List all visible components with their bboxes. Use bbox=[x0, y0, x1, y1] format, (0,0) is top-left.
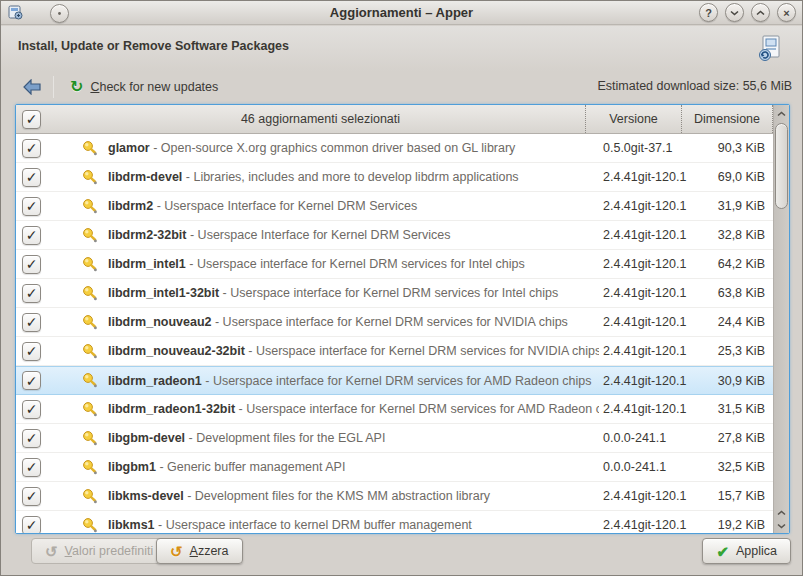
package-checkbox[interactable]: ✓ bbox=[22, 487, 41, 506]
undo-icon: ↺ bbox=[45, 544, 58, 559]
package-row[interactable]: ✓ libdrm2-32bit - Userspace Interface fo… bbox=[16, 221, 773, 250]
package-version: 2.4.41git-120.1 bbox=[599, 315, 695, 329]
package-checkbox[interactable]: ✓ bbox=[22, 139, 41, 158]
window-menu-button[interactable] bbox=[50, 4, 69, 23]
size-column-header[interactable]: Dimensione bbox=[681, 105, 773, 133]
package-version: 2.4.41git-120.1 bbox=[599, 374, 695, 388]
package-row[interactable]: ✓ libdrm_nouveau2 - Userspace interface … bbox=[16, 308, 773, 337]
vertical-scrollbar[interactable] bbox=[773, 105, 789, 533]
check-icon: ✓ bbox=[26, 431, 38, 445]
scrollbar-thumb[interactable] bbox=[775, 123, 788, 209]
package-version: 2.4.41git-120.1 bbox=[599, 489, 695, 503]
package-checkbox[interactable]: ✓ bbox=[22, 313, 41, 332]
package-size: 25,3 KiB bbox=[695, 344, 773, 358]
package-version: 2.4.41git-120.1 bbox=[599, 257, 695, 271]
help-button[interactable]: ? bbox=[699, 3, 718, 22]
reset-button[interactable]: ↺ Azzera bbox=[156, 538, 243, 564]
package-version: 0.5.0git-37.1 bbox=[599, 141, 695, 155]
package-version: 2.4.41git-120.1 bbox=[599, 344, 695, 358]
close-button[interactable]: × bbox=[777, 3, 796, 22]
package-size: 19,2 KiB bbox=[695, 518, 773, 532]
package-row[interactable]: ✓ libkms1 - Userspace interface to kerne… bbox=[16, 511, 773, 533]
package-size: 31,9 KiB bbox=[695, 199, 773, 213]
package-row[interactable]: ✓ libdrm_radeon1-32bit - Userspace inter… bbox=[16, 395, 773, 424]
package-size: 27,8 KiB bbox=[695, 431, 773, 445]
package-checkbox[interactable]: ✓ bbox=[22, 400, 41, 419]
package-row[interactable]: ✓ libdrm_radeon1 - Userspace interface f… bbox=[16, 366, 773, 395]
select-all-checkbox[interactable]: ✓ bbox=[22, 110, 41, 129]
select-all-cell: ✓ bbox=[16, 105, 56, 133]
update-key-icon bbox=[82, 401, 108, 418]
maximize-button[interactable] bbox=[751, 3, 770, 22]
package-checkbox[interactable]: ✓ bbox=[22, 516, 41, 534]
undo-icon: ↺ bbox=[170, 544, 183, 559]
scroll-up-icon[interactable] bbox=[774, 107, 789, 120]
package-description: Development files for the KMS MM abstrac… bbox=[195, 489, 490, 503]
update-key-icon bbox=[82, 372, 108, 389]
version-column-header[interactable]: Versione bbox=[585, 105, 681, 133]
defaults-button[interactable]: ↺ Valori predefiniti bbox=[31, 538, 167, 564]
selection-summary-header[interactable]: 46 aggiornamenti selezionati bbox=[56, 105, 585, 133]
footer: ↺ Valori predefiniti ↺ Azzera ✔ Applica bbox=[1, 537, 802, 565]
scroll-up-icon-bottom[interactable] bbox=[774, 506, 789, 519]
minimize-button[interactable] bbox=[725, 3, 744, 22]
package-row[interactable]: ✓ glamor - Open-source X.org graphics co… bbox=[16, 134, 773, 163]
update-key-icon bbox=[82, 256, 108, 273]
update-key-icon bbox=[82, 459, 108, 476]
titlebar[interactable]: Aggiornamenti – Apper ? × bbox=[1, 1, 802, 25]
package-name: libgbm-devel bbox=[108, 431, 185, 445]
toolbar-separator bbox=[53, 76, 54, 98]
package-description: Userspace interface for Kernel DRM servi… bbox=[213, 374, 592, 388]
table-header: ✓ 46 aggiornamenti selezionati Versione … bbox=[16, 105, 789, 134]
package-checkbox[interactable]: ✓ bbox=[22, 197, 41, 216]
package-description: Userspace interface to kernel DRM buffer… bbox=[166, 518, 472, 532]
package-checkbox[interactable]: ✓ bbox=[22, 371, 41, 390]
package-row[interactable]: ✓ libkms-devel - Development files for t… bbox=[16, 482, 773, 511]
package-name: libdrm_nouveau2 bbox=[108, 315, 212, 329]
chevron-down-icon bbox=[730, 10, 739, 16]
apply-button[interactable]: ✔ Applica bbox=[702, 538, 791, 564]
package-version: 0.0.0-241.1 bbox=[599, 431, 695, 445]
package-size: 69,0 KiB bbox=[695, 170, 773, 184]
app-icon bbox=[7, 3, 24, 23]
package-row[interactable]: ✓ libdrm-devel - Libraries, includes and… bbox=[16, 163, 773, 192]
package-name: libgbm1 bbox=[108, 460, 156, 474]
package-row[interactable]: ✓ libgbm-devel - Development files for t… bbox=[16, 424, 773, 453]
package-description: Development files for the EGL API bbox=[196, 431, 385, 445]
package-checkbox[interactable]: ✓ bbox=[22, 226, 41, 245]
package-checkbox[interactable]: ✓ bbox=[22, 342, 41, 361]
package-row[interactable]: ✓ libdrm2 - Userspace Interface for Kern… bbox=[16, 192, 773, 221]
package-description: Open-source X.org graphics common driver… bbox=[161, 141, 516, 155]
update-key-icon bbox=[82, 314, 108, 331]
checkmark-icon: ✔ bbox=[716, 544, 729, 559]
back-button[interactable] bbox=[19, 76, 45, 98]
package-name: libdrm_radeon1 bbox=[108, 374, 202, 388]
update-key-icon bbox=[82, 430, 108, 447]
scroll-down-icon[interactable] bbox=[774, 519, 789, 532]
package-checkbox[interactable]: ✓ bbox=[22, 458, 41, 477]
package-row[interactable]: ✓ libgbm1 - Generic buffer management AP… bbox=[16, 453, 773, 482]
package-description: Libraries, includes and more to develop … bbox=[193, 170, 518, 184]
package-row[interactable]: ✓ libdrm_intel1 - Userspace interface fo… bbox=[16, 250, 773, 279]
update-key-icon bbox=[82, 227, 108, 244]
check-icon: ✓ bbox=[26, 112, 38, 126]
check-updates-button[interactable]: ↻ Check for new updates bbox=[64, 77, 224, 97]
package-size: 32,8 KiB bbox=[695, 228, 773, 242]
check-icon: ✓ bbox=[26, 344, 38, 358]
package-name: glamor bbox=[108, 141, 150, 155]
package-version: 2.4.41git-120.1 bbox=[599, 199, 695, 213]
update-key-icon bbox=[82, 488, 108, 505]
package-row[interactable]: ✓ libdrm_nouveau2-32bit - Userspace inte… bbox=[16, 337, 773, 366]
check-icon: ✓ bbox=[26, 141, 38, 155]
package-list: ✓ glamor - Open-source X.org graphics co… bbox=[16, 134, 773, 533]
package-checkbox[interactable]: ✓ bbox=[22, 168, 41, 187]
check-icon: ✓ bbox=[26, 257, 38, 271]
package-size: 64,2 KiB bbox=[695, 257, 773, 271]
package-row[interactable]: ✓ libdrm_intel1-32bit - Userspace interf… bbox=[16, 279, 773, 308]
package-checkbox[interactable]: ✓ bbox=[22, 429, 41, 448]
check-icon: ✓ bbox=[26, 518, 38, 532]
package-description: Userspace interface for Kernel DRM servi… bbox=[197, 257, 525, 271]
package-checkbox[interactable]: ✓ bbox=[22, 255, 41, 274]
package-name: libdrm2-32bit bbox=[108, 228, 187, 242]
package-checkbox[interactable]: ✓ bbox=[22, 284, 41, 303]
